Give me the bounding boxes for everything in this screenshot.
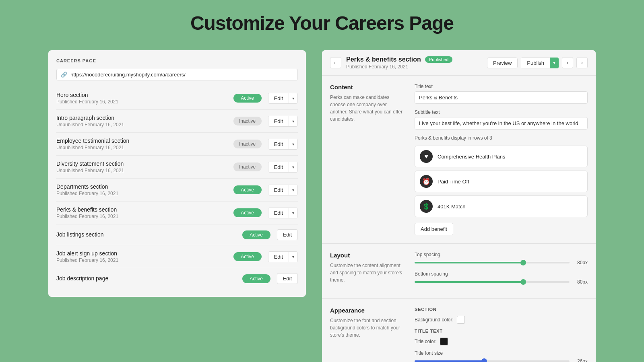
- bg-color-label: Background color:: [415, 317, 454, 323]
- edit-button[interactable]: Edit: [268, 93, 289, 103]
- publish-dropdown-arrow[interactable]: ▾: [550, 58, 559, 68]
- layout-section-right: Top spacing 80px Bottom spacing: [415, 252, 588, 290]
- title-font-size-value: 26px: [574, 358, 588, 362]
- table-row: Job listings section Active Edit: [56, 224, 298, 245]
- published-badge: Published: [425, 56, 452, 63]
- section-name: Employee testimonial section: [56, 138, 233, 144]
- back-icon: ←: [333, 60, 339, 66]
- bottom-spacing-track: [415, 281, 570, 283]
- content-section: Content Perks can make candidates choose…: [322, 76, 596, 244]
- dropdown-arrow[interactable]: ▾: [289, 252, 297, 262]
- section-info: Employee testimonial section Unpublished…: [56, 138, 233, 150]
- bottom-spacing-thumb[interactable]: [520, 279, 526, 285]
- status-badge: Active: [233, 252, 262, 261]
- add-benefit-button[interactable]: Add benefit: [415, 223, 453, 235]
- title-text-subsection-title: TITLE TEXT: [415, 329, 588, 333]
- appearance-section-right: SECTION Background color: TITLE TEXT Tit…: [415, 307, 588, 362]
- edit-button[interactable]: Edit: [277, 229, 298, 240]
- subtitle-text-field-group: Subtitle text: [415, 109, 588, 130]
- appearance-section-left: Appearance Customize the font and sectio…: [330, 307, 402, 362]
- dropdown-arrow[interactable]: ▾: [289, 208, 297, 218]
- dropdown-arrow[interactable]: ▾: [289, 185, 297, 195]
- edit-button-group[interactable]: Edit ▾: [268, 208, 298, 218]
- edit-button-group[interactable]: Edit ▾: [268, 185, 298, 195]
- edit-button[interactable]: Edit: [277, 273, 298, 284]
- bg-color-row: Background color:: [415, 316, 588, 324]
- appearance-section: Appearance Customize the font and sectio…: [322, 299, 596, 362]
- section-subsection-title: SECTION: [415, 307, 588, 312]
- benefit-item[interactable]: ♥ Comprehensive Health Plans: [415, 146, 588, 167]
- section-info: Job alert sign up section Published Febr…: [56, 250, 233, 263]
- section-name: Diversity statement section: [56, 160, 233, 167]
- title-font-size-slider-row: 26px: [415, 358, 588, 362]
- nav-prev-button[interactable]: ‹: [562, 57, 573, 68]
- edit-button[interactable]: Edit: [268, 185, 289, 195]
- url-text: https://nocoderecruiting.myshopify.com/a…: [70, 72, 186, 78]
- title-font-size-label: Title font size: [415, 350, 588, 356]
- section-title-area: Perks & benefits section Published Publi…: [346, 56, 482, 70]
- content-section-right: Title text Subtitle text Perks & benefit…: [415, 84, 588, 235]
- section-title-text: Perks & benefits section: [346, 56, 421, 63]
- title-text-field-group: Title text: [415, 84, 588, 104]
- table-row: Perks & benefits section Published Febru…: [56, 202, 298, 224]
- careers-page-label: CAREERS PAGE: [56, 58, 298, 63]
- top-spacing-fill: [415, 262, 523, 263]
- left-panel: CAREERS PAGE 🔗 https://nocoderecruiting.…: [48, 50, 306, 297]
- section-date: Unpublished February 16, 2021: [56, 122, 233, 128]
- edit-button-group[interactable]: Edit ▾: [268, 251, 298, 262]
- section-date: Published February 16, 2021: [56, 257, 233, 263]
- status-badge: Active: [233, 208, 262, 217]
- edit-button[interactable]: Edit: [268, 162, 289, 172]
- url-bar[interactable]: 🔗 https://nocoderecruiting.myshopify.com…: [56, 69, 298, 80]
- layout-section-left: Layout Customize the content alignment a…: [330, 252, 402, 290]
- table-row: Job alert sign up section Published Febr…: [56, 245, 298, 268]
- table-row: Job description page Active Edit: [56, 268, 298, 289]
- section-info: Perks & benefits section Published Febru…: [56, 206, 233, 219]
- publish-button[interactable]: Publish: [521, 58, 550, 68]
- section-name: Job description page: [56, 275, 242, 282]
- layout-description: Customize the content alignment and spac…: [330, 262, 402, 284]
- edit-button[interactable]: Edit: [268, 208, 289, 218]
- title-font-size-track: [415, 360, 570, 362]
- benefit-item[interactable]: ⏰ Paid Time Off: [415, 171, 588, 192]
- section-date: Unpublished February 16, 2021: [56, 168, 233, 173]
- edit-button[interactable]: Edit: [268, 116, 289, 126]
- edit-button[interactable]: Edit: [268, 252, 289, 262]
- edit-button-group[interactable]: Edit ▾: [268, 139, 298, 150]
- section-list: Hero section Published February 16, 2021…: [56, 87, 298, 289]
- edit-button-group[interactable]: Edit ▾: [268, 93, 298, 104]
- dropdown-arrow[interactable]: ▾: [289, 93, 297, 103]
- subtitle-text-input[interactable]: [415, 117, 588, 130]
- benefit-item[interactable]: 💲 401K Match: [415, 195, 588, 217]
- nav-next-button[interactable]: ›: [576, 57, 588, 68]
- benefit-money-icon: 💲: [420, 200, 433, 213]
- title-font-size-thumb[interactable]: [481, 358, 487, 362]
- section-name: Departments section: [56, 183, 233, 190]
- title-color-row: Title color:: [415, 337, 588, 346]
- dropdown-arrow[interactable]: ▾: [289, 139, 297, 149]
- section-name: Hero section: [56, 92, 233, 98]
- section-info: Job listings section: [56, 231, 242, 239]
- dropdown-arrow[interactable]: ▾: [289, 116, 297, 126]
- preview-button[interactable]: Preview: [487, 58, 518, 68]
- status-badge: Active: [233, 185, 262, 194]
- status-badge: Active: [242, 274, 270, 283]
- back-button[interactable]: ←: [330, 57, 341, 68]
- section-date: Published February 16, 2021: [56, 191, 233, 196]
- bg-color-swatch[interactable]: [457, 316, 465, 324]
- table-row: Employee testimonial section Unpublished…: [56, 133, 298, 156]
- section-subtitle: Published February 16, 2021: [346, 64, 482, 70]
- edit-button-group[interactable]: Edit ▾: [268, 116, 298, 127]
- title-text-input[interactable]: [415, 91, 588, 104]
- status-badge: Inactive: [233, 162, 262, 171]
- section-info: Departments section Published February 1…: [56, 183, 233, 196]
- section-name: Perks & benefits section: [56, 206, 233, 213]
- publish-button-group[interactable]: Publish ▾: [521, 58, 559, 68]
- right-panel: ← Perks & benefits section Published Pub…: [322, 50, 596, 362]
- edit-button[interactable]: Edit: [268, 139, 289, 149]
- page-wrapper: Customize Your Careers Page CAREERS PAGE…: [0, 0, 644, 362]
- edit-button-group[interactable]: Edit ▾: [268, 162, 298, 173]
- top-spacing-thumb[interactable]: [520, 260, 526, 265]
- dropdown-arrow[interactable]: ▾: [289, 162, 297, 172]
- title-color-swatch[interactable]: [440, 337, 448, 346]
